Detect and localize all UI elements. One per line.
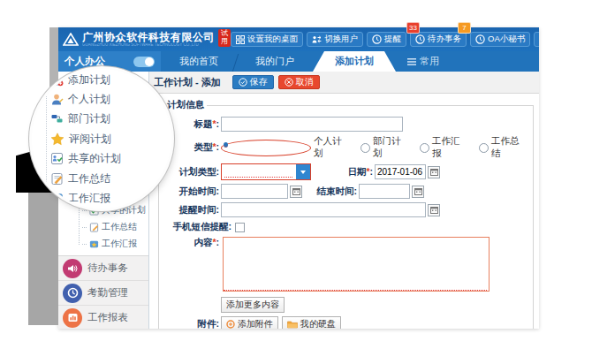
window-edge-shadow-wide (28, 190, 58, 325)
save-icon (239, 78, 247, 87)
plan-form: 计划信息 标题*: 类型*: 个人计划 部门计划 工作汇报 工作总结 (149, 94, 539, 329)
oa-secretary-button[interactable]: OA小秘书 (470, 32, 530, 47)
sms-row: 手机短信提醒: (164, 221, 527, 233)
cancel-button[interactable]: 取消 (278, 75, 320, 89)
page-title: 工作计划 - 添加 (154, 76, 221, 89)
sidebar-item-work-report[interactable]: 工作汇报 (82, 238, 137, 250)
title-row: 标题*: (164, 117, 527, 132)
clock-icon (415, 34, 425, 44)
tab-my-portal[interactable]: 我的门户 (237, 51, 313, 72)
company-name: 广州协众软件科技有限公司 (82, 32, 215, 42)
sidebar-section-todo[interactable]: 待办事务 (58, 256, 148, 281)
magnifier-lens: 添加计划 个人计划 部门计划 评阅计划 (32, 69, 171, 209)
plan-info-legend: 计划信息 (164, 99, 207, 111)
clipped-button[interactable] (534, 32, 539, 47)
plan-type-select[interactable] (221, 163, 311, 180)
sidebar-sections: 待办事务 考勤管理 工作报表 (58, 255, 148, 329)
grid-icon (236, 35, 245, 44)
switch-user-icon (312, 35, 322, 44)
add-attachment-button[interactable]: 添加附件 (221, 316, 278, 329)
tree-guide (79, 201, 80, 245)
start-time-input[interactable] (221, 184, 288, 199)
sidebar-item-work-summary[interactable]: 工作总结 (50, 169, 121, 188)
trial-badge: 试用 (218, 29, 231, 47)
shared-plan-icon (50, 152, 64, 165)
bar-chart-icon (63, 308, 82, 328)
chevron-down-icon (296, 164, 310, 179)
sidebar-item-department-plan[interactable]: 部门计划 (50, 110, 121, 129)
tab-common[interactable]: 常用 (396, 51, 451, 72)
sms-checkbox[interactable] (235, 223, 245, 232)
switch-user-button[interactable]: 切换用户 (307, 32, 363, 47)
add-circle-icon (226, 320, 235, 329)
radio-department-plan[interactable] (361, 143, 370, 153)
clock-icon (63, 284, 82, 303)
attachment-row: 附件: 添加附件 我的硬盘 (164, 316, 527, 329)
calendar-icon[interactable] (428, 166, 440, 178)
my-disk-button[interactable]: 我的硬盘 (282, 316, 341, 329)
reminder-count-badge: 33 (406, 22, 420, 34)
clock-icon (475, 34, 485, 44)
sidebar-item-shared-plans[interactable]: 共享的计划 (50, 149, 121, 169)
folder-icon (287, 320, 298, 329)
sidebar-item-personal-plan[interactable]: 个人计划 (50, 89, 121, 109)
cancel-icon (285, 78, 293, 87)
calendar-icon[interactable] (412, 186, 424, 198)
date-input[interactable] (375, 164, 426, 179)
personal-plan-icon (50, 93, 64, 106)
page: 广州协众软件科技有限公司 GUANGZHOU XIEZHONG SOFTWARE… (0, 0, 592, 364)
review-plan-icon (50, 133, 65, 146)
remind-time-input[interactable] (221, 202, 426, 217)
add-more-content-button[interactable]: 添加更多内容 (221, 297, 285, 313)
time-row: 开始时间: 结束时间: (164, 184, 527, 199)
remind-row: 提醒时间: (164, 202, 527, 217)
plan-type-row: 计划类型: 日期*: (164, 163, 527, 180)
department-plan-icon (50, 112, 64, 125)
content-row: 内容*: (164, 237, 527, 293)
speaker-icon (63, 259, 82, 278)
sidebar-section-attendance[interactable]: 考勤管理 (58, 281, 148, 306)
end-time-input[interactable] (359, 184, 410, 199)
work-summary-icon (89, 223, 99, 232)
radio-personal-plan[interactable] (221, 140, 311, 156)
clock-icon (372, 34, 382, 44)
sidebar-section-work-reports[interactable]: 工作报表 (58, 306, 148, 329)
calendar-icon[interactable] (428, 204, 440, 216)
company-logo (63, 33, 79, 46)
toggle-switch[interactable] (133, 57, 155, 67)
form-toolbar: 工作计划 - 添加 保存 取消 (149, 72, 539, 94)
content-textarea[interactable] (223, 237, 490, 292)
todo-count-badge: 7 (458, 22, 471, 34)
menu-icon (407, 58, 416, 65)
type-row: 类型*: 个人计划 部门计划 工作汇报 工作总结 (164, 135, 527, 160)
todo-button[interactable]: 待办事务 (410, 32, 467, 47)
calendar-icon[interactable] (290, 186, 302, 198)
radio-work-report[interactable] (420, 143, 429, 153)
desktop-settings-button[interactable]: 设置我的桌面 (231, 32, 303, 47)
work-summary-icon (50, 172, 64, 186)
title-input[interactable] (221, 117, 403, 132)
sidebar-item-work-summary[interactable]: 工作总结 (82, 221, 137, 233)
add-more-row: 添加更多内容 (164, 297, 527, 313)
tab-my-home[interactable]: 我的首页 (161, 51, 237, 72)
tab-add-plan[interactable]: 添加计划 (313, 51, 396, 72)
tab-bar: 我的首页 我的门户 添加计划 常用 (161, 51, 539, 72)
sidebar-item-review-plan[interactable]: 评阅计划 (50, 129, 121, 148)
radio-work-summary[interactable] (479, 143, 489, 153)
company-caption: GUANGZHOU XIEZHONG SOFTWARE TECHNOLOGY C… (82, 43, 215, 48)
reminder-button[interactable]: 提醒 (367, 32, 406, 47)
work-report-icon (89, 239, 99, 249)
plan-info-fieldset: 计划信息 标题*: 类型*: 个人计划 部门计划 工作汇报 工作总结 (158, 99, 534, 329)
save-button[interactable]: 保存 (232, 75, 274, 89)
toggle-knob (145, 57, 154, 66)
